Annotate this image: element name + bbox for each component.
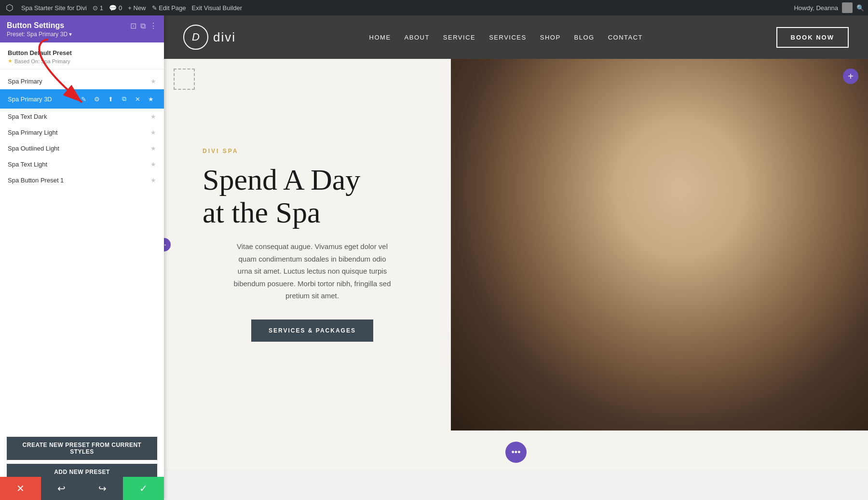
nav-home[interactable]: HOME: [369, 34, 391, 41]
main-container: Button Settings Preset: Spa Primary 3D ⊡…: [0, 15, 868, 500]
preset-item-spa-primary-3d[interactable]: Spa Primary 3D ✎ ⚙ ⬆ ⧉ ✕ ★: [0, 89, 164, 109]
preset-item-spa-outlined-light[interactable]: Spa Outlined Light ★ ⋮: [0, 140, 164, 156]
panel-title: Button Settings: [7, 21, 72, 30]
hero-section: DIVI SPA Spend A Dayat the Spa Vitae con…: [164, 59, 868, 431]
site-logo: D divi: [183, 25, 236, 50]
hero-description: Vitae consequat augue. Vivamus eget dolo…: [231, 240, 394, 302]
add-section-button[interactable]: +: [843, 69, 858, 84]
nav-about[interactable]: ABOUT: [405, 34, 430, 41]
preset-export-icon[interactable]: ⬆: [105, 94, 116, 104]
preset-delete-icon[interactable]: ✕: [132, 94, 143, 104]
panel-expand-icon[interactable]: ⧉: [140, 22, 146, 30]
preset-star-icon: ★: [150, 145, 156, 152]
preset-item-spa-primary[interactable]: Spa Primary ★ ⋮: [0, 73, 164, 89]
site-name-link[interactable]: Spa Starter Site for Divi: [21, 4, 87, 12]
circle-count[interactable]: ⊙ 1: [93, 4, 103, 12]
hero-tag: DIVI SPA: [203, 148, 422, 154]
section-options-button[interactable]: •••: [505, 442, 527, 463]
cancel-icon: ✕: [16, 483, 25, 494]
book-now-button[interactable]: BOOK NOW: [776, 27, 849, 48]
bottom-toolbar: ✕ ↩ ↪ ✓: [0, 477, 164, 500]
resize-icon: ↔: [164, 241, 167, 249]
comment-count[interactable]: 💬 0: [109, 4, 122, 12]
undo-icon: ↩: [57, 483, 66, 494]
hero-image-overlay: [451, 59, 868, 431]
save-icon: ✓: [139, 483, 148, 494]
hero-title: Spend A Dayat the Spa: [203, 163, 422, 229]
preset-star-active-icon[interactable]: ★: [146, 94, 156, 104]
nav-services[interactable]: SERVICES: [489, 34, 527, 41]
nav-shop[interactable]: SHOP: [540, 34, 561, 41]
plus-icon: +: [848, 71, 854, 82]
preset-list: Spa Primary ★ ⋮ Spa Primary 3D ✎ ⚙ ⬆ ⧉ ✕…: [0, 69, 164, 431]
panel-preset-label[interactable]: Preset: Spa Primary 3D: [7, 31, 72, 38]
save-button[interactable]: ✓: [123, 477, 164, 500]
hero-image: +: [451, 59, 868, 431]
default-preset-label: Button Default Preset: [8, 49, 156, 56]
site-menu: HOME ABOUT SERVICE SERVICES SHOP BLOG CO…: [369, 34, 643, 41]
page-content: D divi HOME ABOUT SERVICE SERVICES SHOP …: [164, 15, 868, 500]
preset-settings-icon[interactable]: ⚙: [92, 94, 102, 104]
star-icon: ★: [8, 58, 13, 64]
services-packages-button[interactable]: SERVICES & PACKAGES: [251, 319, 373, 342]
preset-star-icon: ★: [150, 177, 156, 184]
nav-contact[interactable]: CONTACT: [608, 34, 643, 41]
user-avatar[interactable]: [842, 2, 853, 13]
site-nav: D divi HOME ABOUT SERVICE SERVICES SHOP …: [164, 15, 868, 59]
preset-edit-icon[interactable]: ✎: [78, 94, 89, 104]
hero-left: DIVI SPA Spend A Dayat the Spa Vitae con…: [164, 59, 451, 431]
new-button[interactable]: + New: [128, 4, 146, 12]
wp-logo[interactable]: ⬡: [4, 2, 15, 14]
exit-builder-link[interactable]: Exit Visual Builder: [192, 4, 243, 12]
preset-item-spa-button-preset-1[interactable]: Spa Button Preset 1 ★ ⋮: [0, 172, 164, 188]
section-footer: •••: [164, 431, 868, 469]
preset-item-actions: ✎ ⚙ ⬆ ⧉ ✕ ★: [78, 94, 156, 104]
preset-dropdown: Button Default Preset ★ Based On: Spa Pr…: [0, 42, 164, 500]
preset-item-spa-primary-light[interactable]: Spa Primary Light ★ ⋮: [0, 125, 164, 140]
default-preset-section: Button Default Preset ★ Based On: Spa Pr…: [0, 42, 164, 69]
logo-text: divi: [213, 30, 236, 45]
undo-button[interactable]: ↩: [41, 477, 82, 500]
panel-header-icons: ⊡ ⧉ ⋮: [130, 21, 157, 30]
selection-box: [174, 69, 195, 90]
edit-page-link[interactable]: ✎ Edit Page: [152, 4, 186, 12]
resize-handle[interactable]: ↔: [164, 238, 171, 251]
nav-service[interactable]: SERVICE: [443, 34, 475, 41]
panel-more-icon[interactable]: ⋮: [149, 21, 157, 30]
preset-star-icon: ★: [150, 113, 156, 120]
preset-item-spa-text-dark[interactable]: Spa Text Dark ★ ⋮: [0, 109, 164, 125]
preset-star-icon: ★: [150, 129, 156, 136]
admin-bar-right: Howdy, Deanna 🔍: [794, 2, 864, 13]
search-icon[interactable]: 🔍: [856, 4, 864, 12]
create-preset-button[interactable]: CREATE NEW PRESET FROM CURRENT STYLES: [7, 437, 157, 460]
logo-circle: D: [183, 25, 208, 50]
panel-header-info: Button Settings Preset: Spa Primary 3D: [7, 21, 72, 38]
admin-bar: ⬡ Spa Starter Site for Divi ⊙ 1 💬 0 + Ne…: [0, 0, 868, 15]
preset-star-icon: ★: [150, 161, 156, 168]
redo-icon: ↪: [98, 483, 107, 494]
redo-button[interactable]: ↪: [82, 477, 123, 500]
nav-blog[interactable]: BLOG: [574, 34, 595, 41]
panel-header: Button Settings Preset: Spa Primary 3D ⊡…: [0, 15, 164, 42]
cancel-button[interactable]: ✕: [0, 477, 41, 500]
preset-duplicate-icon[interactable]: ⧉: [119, 94, 129, 104]
left-panel: Button Settings Preset: Spa Primary 3D ⊡…: [0, 15, 164, 500]
default-preset-sub: ★ Based On: Spa Primary: [8, 58, 156, 64]
preset-item-spa-text-light[interactable]: Spa Text Light ★ ⋮: [0, 156, 164, 172]
panel-collapse-icon[interactable]: ⊡: [130, 21, 136, 30]
preset-star-icon: ★: [150, 78, 156, 85]
dots-icon: •••: [512, 447, 521, 458]
